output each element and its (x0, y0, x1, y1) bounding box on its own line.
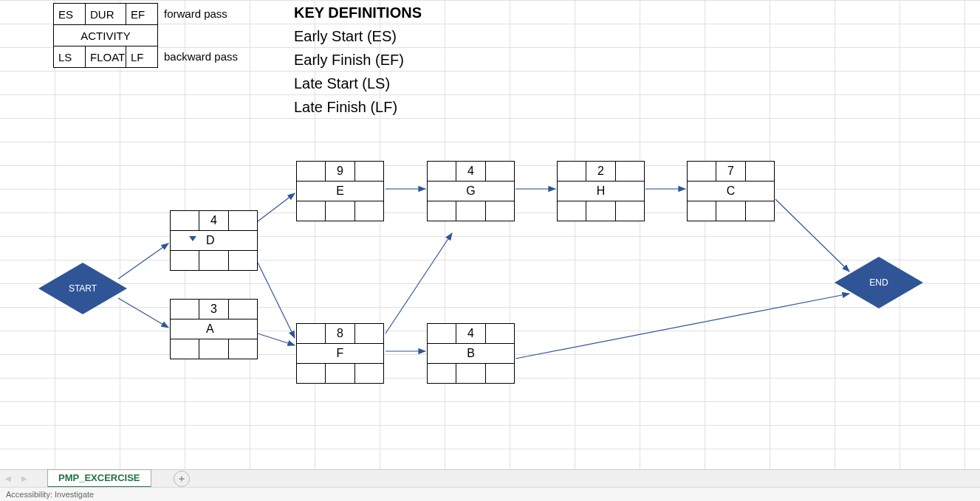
node-end[interactable]: END (835, 257, 923, 308)
status-accessibility: Accessibility: Investigate (6, 490, 94, 499)
node-E-name: E (296, 181, 384, 201)
node-D-ls (170, 250, 199, 271)
node-D-float (199, 250, 229, 271)
node-G-lf (485, 201, 515, 221)
node-G-name: G (427, 181, 515, 201)
node-E-es (296, 161, 326, 182)
defs-ls: Late Start (LS) (294, 75, 390, 92)
node-C-es (687, 161, 716, 182)
node-E-ls (296, 201, 326, 221)
defs-lf: Late Finish (LF) (294, 99, 397, 116)
defs-title: KEY DEFINITIONS (294, 4, 422, 21)
node-A-es (170, 299, 199, 319)
node-H-es (557, 161, 586, 182)
node-A-ls (170, 339, 199, 359)
node-A-float (199, 339, 229, 359)
spreadsheet-grid[interactable] (0, 0, 980, 471)
sheet-tab-active[interactable]: PMP_EXCERCISE (47, 469, 151, 488)
node-C-ls (687, 201, 716, 221)
node-end-label: END (869, 277, 888, 288)
node-E-ef (354, 161, 384, 182)
node-C-name: C (687, 181, 775, 201)
node-F-float (325, 363, 355, 384)
node-A-dur: 3 (199, 299, 229, 319)
dropdown-icon (189, 236, 196, 241)
node-G-ls (427, 201, 456, 221)
node-B-float (456, 363, 486, 384)
node-H-float (586, 201, 616, 221)
node-H-name: H (557, 181, 645, 201)
node-B-dur: 4 (456, 323, 486, 344)
legend-ef: EF (126, 3, 158, 25)
node-A-ef (228, 299, 258, 319)
node-D-dur: 4 (199, 210, 229, 231)
node-F-ef (354, 323, 384, 344)
add-sheet-button[interactable]: ＋ (174, 471, 190, 487)
legend-dur: DUR (85, 3, 126, 25)
node-E-float (325, 201, 355, 221)
node-F-lf (354, 363, 384, 384)
sheet-tab-bar: ◄ ► PMP_EXCERCISE ＋ (0, 469, 980, 487)
node-D-es (170, 210, 199, 231)
status-bar: Accessibility: Investigate (0, 487, 980, 501)
node-B-lf (485, 363, 515, 384)
node-B-ls (427, 363, 456, 384)
legend-activity: ACTIVITY (53, 24, 158, 46)
legend-backward-label: backward pass (164, 50, 238, 63)
node-D-name: D (170, 230, 258, 251)
node-G-float (456, 201, 486, 221)
node-A-lf (228, 339, 258, 359)
tab-nav-next[interactable]: ► (18, 472, 31, 486)
node-start-label: START (69, 283, 97, 294)
node-A-name: A (170, 319, 258, 339)
node-H-dur: 2 (586, 161, 616, 182)
node-F-ls (296, 363, 326, 384)
node-E-dur: 9 (325, 161, 355, 182)
node-F-dur: 8 (325, 323, 355, 344)
node-H-lf (615, 201, 645, 221)
node-G-dur: 4 (456, 161, 486, 182)
node-F-es (296, 323, 326, 344)
node-D-ef (228, 210, 258, 231)
legend-float: FLOAT (85, 46, 126, 68)
node-E-lf (354, 201, 384, 221)
tab-nav-prev[interactable]: ◄ (1, 472, 15, 486)
legend-forward-label: forward pass (164, 7, 227, 20)
node-C-float (716, 201, 746, 221)
node-C-dur: 7 (716, 161, 746, 182)
node-D-lf (228, 250, 258, 271)
node-F-name: F (296, 343, 384, 364)
node-B-name: B (427, 343, 515, 364)
node-B-es (427, 323, 456, 344)
node-B-ef (485, 323, 515, 344)
node-H-ls (557, 201, 586, 221)
node-start[interactable]: START (38, 263, 127, 314)
defs-es: Early Start (ES) (294, 28, 397, 45)
node-C-ef (745, 161, 775, 182)
node-G-ef (485, 161, 515, 182)
defs-ef: Early Finish (EF) (294, 52, 404, 69)
legend-es: ES (53, 3, 86, 25)
node-G-es (427, 161, 456, 182)
legend-ls: LS (53, 46, 86, 68)
legend-lf: LF (126, 46, 158, 68)
node-C-lf (745, 201, 775, 221)
node-H-ef (615, 161, 645, 182)
